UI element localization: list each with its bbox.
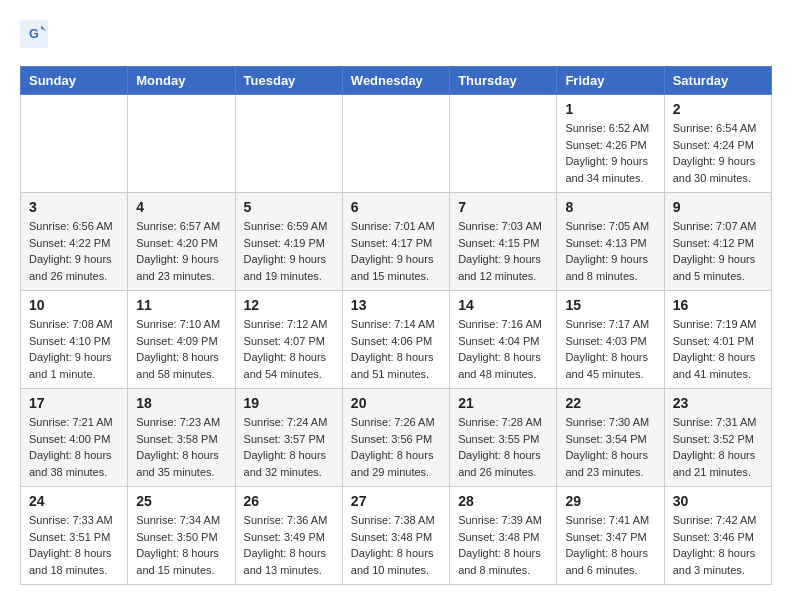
calendar-cell: 27Sunrise: 7:38 AMSunset: 3:48 PMDayligh… [342,487,449,585]
calendar-cell: 4Sunrise: 6:57 AMSunset: 4:20 PMDaylight… [128,193,235,291]
day-info: Sunrise: 7:31 AMSunset: 3:52 PMDaylight:… [673,414,763,480]
day-number: 16 [673,297,763,313]
calendar-cell: 1Sunrise: 6:52 AMSunset: 4:26 PMDaylight… [557,95,664,193]
day-number: 26 [244,493,334,509]
day-number: 7 [458,199,548,215]
calendar-cell: 15Sunrise: 7:17 AMSunset: 4:03 PMDayligh… [557,291,664,389]
day-header-saturday: Saturday [664,67,771,95]
calendar-cell: 25Sunrise: 7:34 AMSunset: 3:50 PMDayligh… [128,487,235,585]
day-info: Sunrise: 7:24 AMSunset: 3:57 PMDaylight:… [244,414,334,480]
day-number: 12 [244,297,334,313]
calendar-cell [235,95,342,193]
day-info: Sunrise: 7:05 AMSunset: 4:13 PMDaylight:… [565,218,655,284]
calendar-cell: 29Sunrise: 7:41 AMSunset: 3:47 PMDayligh… [557,487,664,585]
day-info: Sunrise: 7:12 AMSunset: 4:07 PMDaylight:… [244,316,334,382]
calendar-cell: 26Sunrise: 7:36 AMSunset: 3:49 PMDayligh… [235,487,342,585]
day-info: Sunrise: 6:52 AMSunset: 4:26 PMDaylight:… [565,120,655,186]
calendar-cell [342,95,449,193]
day-info: Sunrise: 7:07 AMSunset: 4:12 PMDaylight:… [673,218,763,284]
calendar-cell: 16Sunrise: 7:19 AMSunset: 4:01 PMDayligh… [664,291,771,389]
calendar-cell: 11Sunrise: 7:10 AMSunset: 4:09 PMDayligh… [128,291,235,389]
day-info: Sunrise: 7:10 AMSunset: 4:09 PMDaylight:… [136,316,226,382]
day-number: 21 [458,395,548,411]
calendar-cell: 23Sunrise: 7:31 AMSunset: 3:52 PMDayligh… [664,389,771,487]
day-info: Sunrise: 7:26 AMSunset: 3:56 PMDaylight:… [351,414,441,480]
calendar-cell: 20Sunrise: 7:26 AMSunset: 3:56 PMDayligh… [342,389,449,487]
day-info: Sunrise: 7:41 AMSunset: 3:47 PMDaylight:… [565,512,655,578]
calendar-cell: 28Sunrise: 7:39 AMSunset: 3:48 PMDayligh… [450,487,557,585]
calendar-cell [450,95,557,193]
logo-icon: G [20,20,48,48]
calendar-cell: 10Sunrise: 7:08 AMSunset: 4:10 PMDayligh… [21,291,128,389]
day-info: Sunrise: 6:56 AMSunset: 4:22 PMDaylight:… [29,218,119,284]
day-info: Sunrise: 7:23 AMSunset: 3:58 PMDaylight:… [136,414,226,480]
calendar-cell: 8Sunrise: 7:05 AMSunset: 4:13 PMDaylight… [557,193,664,291]
calendar-cell: 21Sunrise: 7:28 AMSunset: 3:55 PMDayligh… [450,389,557,487]
day-info: Sunrise: 6:57 AMSunset: 4:20 PMDaylight:… [136,218,226,284]
day-header-sunday: Sunday [21,67,128,95]
day-number: 22 [565,395,655,411]
day-info: Sunrise: 6:54 AMSunset: 4:24 PMDaylight:… [673,120,763,186]
day-info: Sunrise: 7:28 AMSunset: 3:55 PMDaylight:… [458,414,548,480]
day-number: 9 [673,199,763,215]
day-info: Sunrise: 7:34 AMSunset: 3:50 PMDaylight:… [136,512,226,578]
calendar-cell: 12Sunrise: 7:12 AMSunset: 4:07 PMDayligh… [235,291,342,389]
calendar-cell [128,95,235,193]
day-info: Sunrise: 7:08 AMSunset: 4:10 PMDaylight:… [29,316,119,382]
day-number: 13 [351,297,441,313]
day-number: 25 [136,493,226,509]
calendar-cell: 7Sunrise: 7:03 AMSunset: 4:15 PMDaylight… [450,193,557,291]
day-number: 1 [565,101,655,117]
calendar-cell: 18Sunrise: 7:23 AMSunset: 3:58 PMDayligh… [128,389,235,487]
calendar-cell: 17Sunrise: 7:21 AMSunset: 4:00 PMDayligh… [21,389,128,487]
day-number: 23 [673,395,763,411]
svg-text:G: G [29,27,39,41]
day-number: 27 [351,493,441,509]
logo: G [20,20,52,48]
day-number: 20 [351,395,441,411]
day-number: 17 [29,395,119,411]
calendar-cell: 9Sunrise: 7:07 AMSunset: 4:12 PMDaylight… [664,193,771,291]
day-number: 3 [29,199,119,215]
day-number: 18 [136,395,226,411]
day-info: Sunrise: 7:39 AMSunset: 3:48 PMDaylight:… [458,512,548,578]
day-info: Sunrise: 7:42 AMSunset: 3:46 PMDaylight:… [673,512,763,578]
day-info: Sunrise: 7:01 AMSunset: 4:17 PMDaylight:… [351,218,441,284]
day-info: Sunrise: 6:59 AMSunset: 4:19 PMDaylight:… [244,218,334,284]
day-number: 19 [244,395,334,411]
calendar-cell: 14Sunrise: 7:16 AMSunset: 4:04 PMDayligh… [450,291,557,389]
day-info: Sunrise: 7:21 AMSunset: 4:00 PMDaylight:… [29,414,119,480]
day-number: 4 [136,199,226,215]
calendar-cell: 22Sunrise: 7:30 AMSunset: 3:54 PMDayligh… [557,389,664,487]
calendar-cell: 2Sunrise: 6:54 AMSunset: 4:24 PMDaylight… [664,95,771,193]
day-header-wednesday: Wednesday [342,67,449,95]
calendar-cell: 30Sunrise: 7:42 AMSunset: 3:46 PMDayligh… [664,487,771,585]
calendar-cell: 24Sunrise: 7:33 AMSunset: 3:51 PMDayligh… [21,487,128,585]
day-number: 8 [565,199,655,215]
day-info: Sunrise: 7:17 AMSunset: 4:03 PMDaylight:… [565,316,655,382]
day-header-tuesday: Tuesday [235,67,342,95]
day-info: Sunrise: 7:03 AMSunset: 4:15 PMDaylight:… [458,218,548,284]
day-number: 29 [565,493,655,509]
day-number: 15 [565,297,655,313]
calendar-cell: 3Sunrise: 6:56 AMSunset: 4:22 PMDaylight… [21,193,128,291]
day-info: Sunrise: 7:19 AMSunset: 4:01 PMDaylight:… [673,316,763,382]
day-number: 10 [29,297,119,313]
day-info: Sunrise: 7:30 AMSunset: 3:54 PMDaylight:… [565,414,655,480]
day-info: Sunrise: 7:38 AMSunset: 3:48 PMDaylight:… [351,512,441,578]
calendar-cell: 6Sunrise: 7:01 AMSunset: 4:17 PMDaylight… [342,193,449,291]
calendar-table: SundayMondayTuesdayWednesdayThursdayFrid… [20,66,772,585]
day-number: 14 [458,297,548,313]
day-header-thursday: Thursday [450,67,557,95]
day-info: Sunrise: 7:36 AMSunset: 3:49 PMDaylight:… [244,512,334,578]
day-number: 2 [673,101,763,117]
day-header-monday: Monday [128,67,235,95]
calendar-cell: 13Sunrise: 7:14 AMSunset: 4:06 PMDayligh… [342,291,449,389]
day-number: 6 [351,199,441,215]
day-number: 28 [458,493,548,509]
calendar-cell [21,95,128,193]
day-number: 30 [673,493,763,509]
day-number: 24 [29,493,119,509]
day-info: Sunrise: 7:16 AMSunset: 4:04 PMDaylight:… [458,316,548,382]
day-number: 11 [136,297,226,313]
